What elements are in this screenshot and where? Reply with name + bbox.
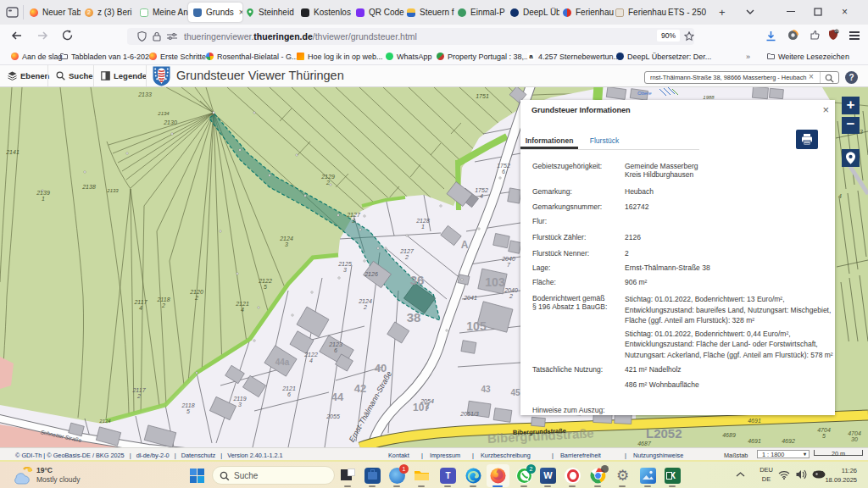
svg-text:2117: 2117 bbox=[133, 299, 147, 305]
svg-text:A: A bbox=[461, 239, 469, 251]
svg-text:6: 6 bbox=[334, 347, 337, 353]
svg-text:1751: 1751 bbox=[476, 93, 489, 99]
svg-text:2133: 2133 bbox=[106, 188, 119, 193]
svg-text:2055: 2055 bbox=[326, 413, 340, 419]
svg-text:2120: 2120 bbox=[189, 289, 203, 295]
svg-text:5: 5 bbox=[264, 284, 267, 290]
svg-text:2: 2 bbox=[161, 302, 165, 308]
svg-text:45: 45 bbox=[510, 388, 520, 397]
svg-text:105: 105 bbox=[466, 319, 487, 333]
svg-text:3: 3 bbox=[343, 267, 347, 273]
svg-text:4692: 4692 bbox=[782, 438, 795, 444]
svg-text:L2052: L2052 bbox=[646, 426, 682, 441]
svg-text:1752: 1752 bbox=[475, 187, 488, 193]
svg-text:2117: 2117 bbox=[131, 387, 146, 393]
svg-text:4: 4 bbox=[309, 358, 313, 363]
svg-text:30: 30 bbox=[851, 436, 858, 442]
svg-text:2: 2 bbox=[136, 393, 141, 399]
svg-text:4689: 4689 bbox=[722, 432, 736, 438]
svg-text:107: 107 bbox=[413, 402, 430, 413]
svg-text:4: 4 bbox=[139, 305, 142, 311]
svg-text:2127: 2127 bbox=[399, 248, 415, 254]
svg-text:2: 2 bbox=[326, 180, 330, 186]
svg-text:2124: 2124 bbox=[279, 236, 293, 241]
svg-text:2: 2 bbox=[194, 295, 198, 301]
svg-text:5: 5 bbox=[822, 433, 826, 439]
svg-text:2: 2 bbox=[404, 254, 409, 260]
svg-text:2128: 2128 bbox=[415, 218, 430, 224]
svg-text:2141: 2141 bbox=[5, 149, 19, 155]
svg-text:3: 3 bbox=[352, 218, 355, 224]
svg-text:4687: 4687 bbox=[637, 441, 652, 446]
svg-text:2121: 2121 bbox=[235, 301, 249, 307]
svg-text:2118: 2118 bbox=[181, 402, 194, 408]
svg-text:4691: 4691 bbox=[748, 438, 761, 444]
svg-text:2122: 2122 bbox=[258, 278, 272, 284]
svg-text:2: 2 bbox=[363, 304, 367, 310]
svg-text:2138: 2138 bbox=[81, 184, 96, 190]
svg-text:40: 40 bbox=[375, 362, 387, 374]
svg-text:2121: 2121 bbox=[281, 385, 296, 391]
svg-text:Obere: Obere bbox=[637, 91, 652, 96]
svg-text:1: 1 bbox=[421, 224, 425, 230]
svg-text:2134: 2134 bbox=[157, 111, 170, 116]
svg-text:44: 44 bbox=[331, 391, 344, 403]
svg-text:2130: 2130 bbox=[163, 119, 177, 125]
svg-text:2051/3: 2051/3 bbox=[459, 411, 479, 417]
svg-text:4704: 4704 bbox=[817, 427, 831, 433]
svg-text:38: 38 bbox=[407, 310, 421, 324]
svg-text:3: 3 bbox=[285, 241, 288, 247]
svg-text:6: 6 bbox=[502, 169, 505, 175]
svg-text:2139: 2139 bbox=[36, 190, 50, 196]
svg-text:42: 42 bbox=[354, 382, 366, 395]
svg-text:5: 5 bbox=[186, 408, 190, 414]
svg-text:2123: 2123 bbox=[328, 341, 342, 347]
svg-text:36: 36 bbox=[410, 273, 425, 287]
svg-text:4: 4 bbox=[241, 307, 244, 313]
svg-text:2122: 2122 bbox=[303, 352, 318, 358]
svg-text:2124: 2124 bbox=[358, 298, 372, 304]
svg-text:2127: 2127 bbox=[346, 212, 361, 218]
svg-text:2126: 2126 bbox=[364, 271, 378, 277]
svg-text:43: 43 bbox=[481, 385, 491, 394]
svg-text:2119: 2119 bbox=[232, 396, 246, 402]
svg-text:1: 1 bbox=[42, 196, 45, 202]
svg-text:23: 23 bbox=[835, 29, 839, 33]
svg-text:2: 2 bbox=[509, 293, 513, 299]
svg-text:2133: 2133 bbox=[137, 92, 152, 97]
svg-text:2129: 2129 bbox=[320, 174, 335, 180]
svg-text:2118: 2118 bbox=[156, 297, 170, 302]
svg-text:2125: 2125 bbox=[337, 261, 352, 267]
svg-text:4704: 4704 bbox=[848, 430, 861, 436]
svg-text:2040: 2040 bbox=[501, 256, 515, 262]
svg-text:3: 3 bbox=[238, 402, 242, 408]
svg-text:6: 6 bbox=[287, 391, 291, 397]
svg-text:2040: 2040 bbox=[504, 287, 518, 293]
svg-text:4691: 4691 bbox=[748, 418, 761, 424]
svg-text:103: 103 bbox=[485, 275, 505, 289]
svg-text:44a: 44a bbox=[275, 358, 290, 367]
svg-text:4: 4 bbox=[838, 193, 842, 199]
svg-text:2124: 2124 bbox=[98, 419, 111, 424]
svg-text:2041: 2041 bbox=[463, 295, 477, 301]
svg-text:4: 4 bbox=[480, 193, 483, 199]
svg-text:1752: 1752 bbox=[497, 163, 510, 169]
